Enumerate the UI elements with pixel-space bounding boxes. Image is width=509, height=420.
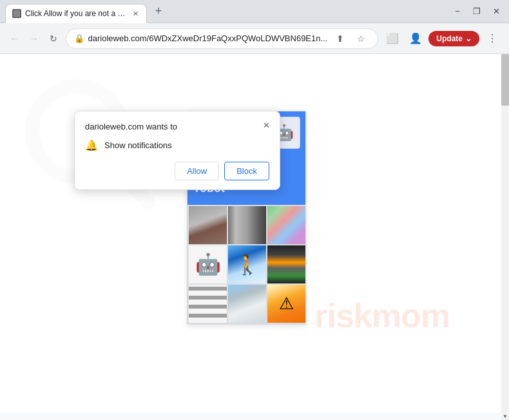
popup-close-button[interactable]: ✕ [259,118,273,132]
share-button[interactable]: ⬆ [331,30,349,48]
bookmark-button[interactable]: ☆ [352,30,370,48]
tab-close-button[interactable]: ✕ [130,8,141,19]
captcha-cell-1[interactable] [228,206,266,244]
url-bar[interactable]: 🔒 darioleweb.com/6WDxZXweDr19FaQxxPQWoLD… [66,28,379,49]
window-controls: − ❐ ✕ [450,4,504,19]
toolbar-right: ⬜ 👤 Update ⌄ ⋮ [382,28,503,49]
update-label: Update [436,34,463,43]
update-chevron-icon: ⌄ [465,34,472,43]
minimize-button[interactable]: − [450,4,465,19]
captcha-grid: 🤖 🚶 ⚠ [187,205,305,324]
captcha-cell-3[interactable]: 🤖 [189,245,227,283]
notification-popup: ✕ darioleweb.com wants to 🔔 Show notific… [74,111,280,190]
scrollbar[interactable]: ▲ ▼ [501,54,509,420]
browser-content: riskmom ✕ darioleweb.com wants to 🔔 Show… [0,54,509,420]
captcha-cell-4[interactable]: 🚶 [228,245,266,283]
popup-actions: Allow Block [85,162,269,180]
back-button[interactable]: ← [6,28,23,49]
tab-search-button[interactable]: ⬜ [382,28,403,49]
allow-button[interactable]: Allow [175,162,219,180]
popup-permission-text: Show notifications [104,140,172,150]
watermark-text: riskmom [314,296,450,335]
refresh-button[interactable]: ↻ [46,28,62,49]
url-text: darioleweb.com/6WDxZXweDr19FaQxxPQWoLDWV… [88,33,328,43]
tab-favicon [12,9,21,18]
url-actions: ⬆ ☆ [331,30,370,48]
svg-rect-0 [14,10,20,17]
captcha-cell-6[interactable] [189,285,227,323]
scrollbar-thumb[interactable] [501,54,509,106]
scroll-down-button[interactable]: ▼ [501,412,509,420]
tab-title: Click Allow if you are not a robot [25,9,126,18]
new-tab-button[interactable]: + [149,3,168,21]
more-button[interactable]: ⋮ [482,28,503,49]
captcha-cell-5[interactable] [267,245,305,283]
block-button[interactable]: Block [224,162,269,180]
captcha-cell-2[interactable] [267,206,305,244]
profile-button[interactable]: 👤 [405,28,426,49]
captcha-cell-8[interactable]: ⚠ [267,285,305,323]
address-bar: ← → ↻ 🔒 darioleweb.com/6WDxZXweDr19FaQxx… [0,23,509,54]
active-tab[interactable]: Click Allow if you are not a robot ✕ [5,4,147,23]
tab-bar: Click Allow if you are not a robot ✕ + [5,0,447,23]
captcha-cell-0[interactable] [189,206,227,244]
popup-site-text: darioleweb.com wants to [85,122,269,131]
close-button[interactable]: ✕ [488,4,504,19]
title-bar: Click Allow if you are not a robot ✕ + −… [0,0,509,23]
update-button[interactable]: Update ⌄ [428,31,479,46]
popup-permission-row: 🔔 Show notifications [85,139,269,151]
bell-icon: 🔔 [85,139,98,151]
maximize-button[interactable]: ❐ [469,4,485,19]
captcha-cell-7[interactable] [228,285,266,323]
lock-icon: 🔒 [74,33,84,43]
forward-button[interactable]: → [26,28,43,49]
